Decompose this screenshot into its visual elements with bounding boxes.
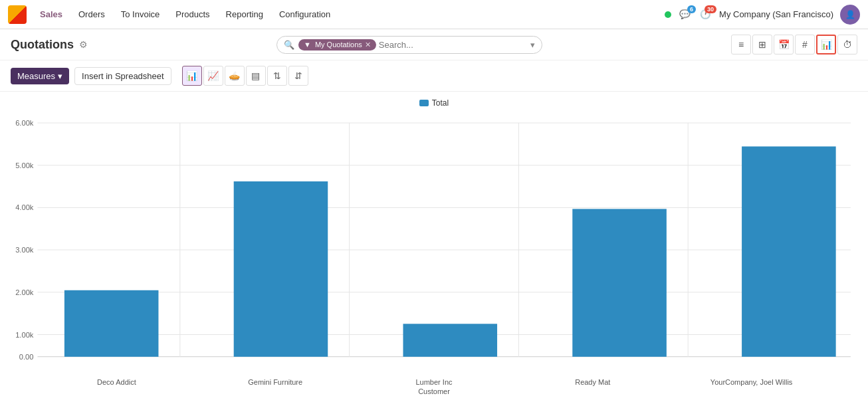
nav-reporting[interactable]: Reporting xyxy=(219,7,270,22)
insert-label: Insert in Spreadsheet xyxy=(82,71,164,81)
avatar-icon: 👤 xyxy=(845,10,855,19)
bar-ready-mat xyxy=(572,209,667,356)
chart-type-buttons: 📊 📈 🥧 ▤ ⇅ ⇵ xyxy=(182,66,308,86)
x-label-lumber: Lumber IncCustomer xyxy=(355,377,514,397)
x-label-ready-mat: Ready Mat xyxy=(513,377,672,397)
chart-legend: Total xyxy=(11,98,857,108)
search-bar: 🔍 ▼ My Quotations ✕ ▾ xyxy=(276,36,542,54)
measures-label: Measures xyxy=(17,71,55,81)
svg-text:6.00k: 6.00k xyxy=(15,119,34,127)
nav-configuration[interactable]: Configuration xyxy=(272,7,337,22)
stacked-bar-button[interactable]: ▤ xyxy=(246,66,266,86)
search-dropdown-button[interactable]: ▾ xyxy=(530,40,535,50)
kanban-view-button[interactable]: ⊞ xyxy=(752,35,772,54)
chat-badge: 6 xyxy=(687,5,696,13)
line-chart-button[interactable]: 📈 xyxy=(203,66,223,86)
svg-text:5.00k: 5.00k xyxy=(15,161,34,169)
legend-color xyxy=(419,100,429,106)
x-axis-labels: Deco Addict Gemini Furniture Lumber IncC… xyxy=(11,373,857,397)
svg-text:3.00k: 3.00k xyxy=(15,246,34,254)
legend-total: Total xyxy=(419,98,449,108)
activity-badge: 30 xyxy=(705,5,716,13)
search-input[interactable] xyxy=(379,40,528,50)
chat-button[interactable]: 💬 6 xyxy=(678,8,692,21)
calendar-view-button[interactable]: 📅 xyxy=(774,35,794,54)
nav-to-invoice[interactable]: To Invoice xyxy=(114,7,167,22)
nav-products[interactable]: Products xyxy=(169,7,216,22)
company-name: My Company (San Francisco) xyxy=(719,9,833,19)
app-logo xyxy=(8,5,27,24)
x-label-deco-addict: Deco Addict xyxy=(37,377,196,397)
svg-text:0.00: 0.00 xyxy=(19,353,34,361)
sort-desc-button[interactable]: ⇵ xyxy=(288,66,308,86)
filter-remove-button[interactable]: ✕ xyxy=(365,41,371,49)
measures-dropdown-icon: ▾ xyxy=(58,71,62,81)
settings-view-button[interactable]: ⏱ xyxy=(837,35,857,54)
legend-label: Total xyxy=(432,98,449,108)
activity-button[interactable]: 🕐 30 xyxy=(699,8,712,21)
settings-icon[interactable]: ⚙ xyxy=(79,39,88,50)
stacked-icon: ▤ xyxy=(251,70,260,81)
graph-view-button[interactable]: 📊 xyxy=(816,35,836,54)
svg-text:4.00k: 4.00k xyxy=(15,203,34,211)
x-label-gemini: Gemini Furniture xyxy=(196,377,355,397)
page-title: Quotations xyxy=(11,38,74,52)
x-label-yourcompany: YourCompany, Joel Willis xyxy=(672,377,831,397)
sort-asc-button[interactable]: ⇅ xyxy=(267,66,287,86)
pivot-view-button[interactable]: # xyxy=(795,35,815,54)
list-view-button[interactable]: ≡ xyxy=(731,35,751,54)
online-status xyxy=(665,11,671,18)
pie-chart-button[interactable]: 🥧 xyxy=(225,66,245,86)
sort-desc-icon: ⇵ xyxy=(294,70,302,81)
chart-container: 6.00k 5.00k 4.00k 3.00k 2.00k 1.00k 0.00 xyxy=(11,114,857,373)
bar-chart-button[interactable]: 📊 xyxy=(182,66,202,86)
svg-text:1.00k: 1.00k xyxy=(15,331,34,339)
avatar[interactable]: 👤 xyxy=(840,5,860,25)
view-controls: ≡ ⊞ 📅 # 📊 ⏱ xyxy=(731,35,857,54)
bar-yourcompany xyxy=(742,146,836,356)
search-icon: 🔍 xyxy=(284,40,294,50)
nav-sales[interactable]: Sales xyxy=(33,7,69,22)
pie-chart-icon: 🥧 xyxy=(229,70,240,81)
filter-tag: ▼ My Quotations ✕ xyxy=(298,39,376,51)
bar-deco-addict xyxy=(64,290,159,357)
chart-toolbar: Measures ▾ Insert in Spreadsheet 📊 📈 🥧 ▤… xyxy=(0,60,868,92)
bar-lumber-inc xyxy=(403,324,497,357)
nav-orders[interactable]: Orders xyxy=(72,7,112,22)
bar-chart-svg: 6.00k 5.00k 4.00k 3.00k 2.00k 1.00k 0.00 xyxy=(11,114,857,373)
svg-text:2.00k: 2.00k xyxy=(15,288,34,296)
sort-asc-icon: ⇅ xyxy=(273,70,281,81)
insert-spreadsheet-button[interactable]: Insert in Spreadsheet xyxy=(74,67,171,85)
chart-area: Total 6.00k 5.00k 4.00k 3.00k 2.00k 1.00… xyxy=(0,92,868,410)
bar-chart-icon: 📊 xyxy=(186,70,197,81)
line-chart-icon: 📈 xyxy=(207,70,219,81)
nav-menu: Sales Orders To Invoice Products Reporti… xyxy=(33,7,665,22)
funnel-icon: ▼ xyxy=(304,41,311,49)
filter-label: My Quotations xyxy=(315,41,362,49)
bar-gemini-furniture xyxy=(234,181,328,357)
measures-button[interactable]: Measures ▾ xyxy=(11,68,69,84)
